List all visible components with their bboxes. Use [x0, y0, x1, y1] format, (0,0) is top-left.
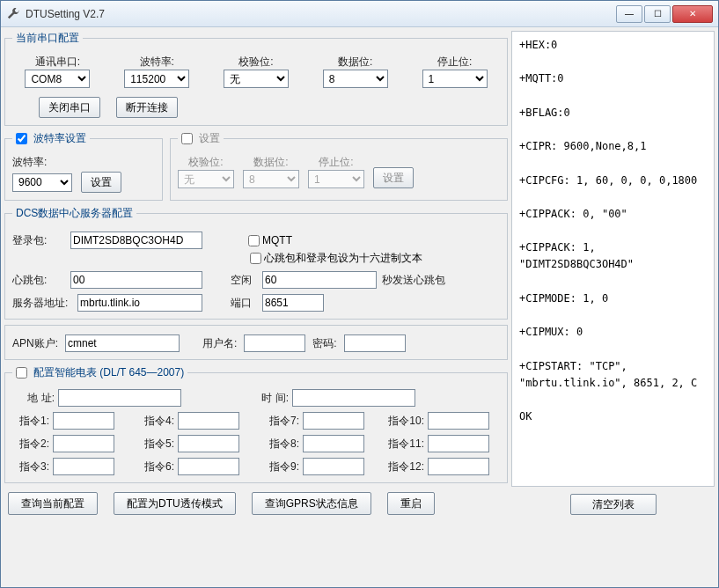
heart-input[interactable]: [70, 271, 202, 289]
server-input[interactable]: [77, 294, 202, 312]
dcs-legend: DCS数据中心服务器配置: [12, 206, 136, 221]
baudset-select[interactable]: 9600: [12, 173, 72, 192]
meter-cmd-label-7: 指令7:: [262, 414, 299, 429]
serial-config-group: 当前串口配置 通讯串口: COM8 波特率: 115200 校验位: 无 数据位…: [4, 31, 508, 126]
meter-cmd-input-3[interactable]: [53, 458, 114, 475]
meter-cmd-6: 指令6:: [137, 458, 250, 475]
meter-cmd-label-1: 指令1:: [12, 414, 49, 429]
data-label: 数据位:: [338, 55, 372, 70]
hex-checkbox[interactable]: [250, 253, 261, 264]
maximize-button[interactable]: ☐: [644, 5, 671, 23]
idle-label: 空闲: [231, 273, 257, 288]
meter-cmd-5: 指令5:: [137, 435, 250, 452]
reboot-button[interactable]: 重启: [387, 492, 435, 515]
meter-cmd-input-8[interactable]: [303, 435, 364, 452]
port-label: 端口: [231, 296, 257, 311]
query-config-button[interactable]: 查询当前配置: [8, 492, 98, 515]
hex-checkbox-label[interactable]: 心跳包和登录包设为十六进制文本: [250, 251, 422, 266]
other-set-group: 设置 校验位: 无 数据位: 8 停止位: 1 设置: [170, 131, 508, 201]
meter-cmd-label-12: 指令12:: [387, 459, 424, 474]
meter-cmd-4: 指令4:: [137, 412, 250, 430]
close-button[interactable]: ✕: [672, 5, 713, 23]
parity-select[interactable]: 无: [224, 70, 289, 88]
idle-suffix: 秒发送心跳包: [382, 273, 435, 288]
window-title: DTUSetting V2.7: [26, 8, 614, 20]
meter-addr-input[interactable]: [58, 389, 181, 407]
titlebar: DTUSetting V2.7 — ☐ ✕: [1, 1, 718, 27]
parity-label: 校验位:: [238, 55, 273, 70]
meter-cmd-input-9[interactable]: [303, 458, 364, 475]
baud-select[interactable]: 115200: [124, 70, 189, 88]
meter-cmd-input-6[interactable]: [178, 458, 239, 475]
data-select[interactable]: 8: [323, 70, 388, 88]
baud-label: 波特率:: [140, 55, 174, 70]
meter-checkbox[interactable]: [16, 367, 27, 379]
meter-cmd-input-4[interactable]: [178, 412, 239, 430]
meter-time-label: 时 间:: [252, 391, 289, 406]
mqtt-checkbox-label[interactable]: MQTT: [248, 234, 292, 246]
meter-cmd-8: 指令8:: [262, 435, 375, 452]
meter-cmd-7: 指令7:: [262, 412, 375, 430]
close-serial-button[interactable]: 关闭串口: [39, 97, 100, 118]
meter-cmd-label-9: 指令9:: [262, 459, 299, 474]
app-window: DTUSetting V2.7 — ☐ ✕ 当前串口配置 通讯串口: COM8 …: [0, 0, 719, 588]
meter-cmd-input-11[interactable]: [428, 435, 489, 452]
meter-cmd-label-4: 指令4:: [137, 414, 174, 429]
wrench-icon: [6, 7, 20, 21]
other-set-checkbox[interactable]: [181, 133, 193, 144]
meter-cmd-label-5: 指令5:: [137, 437, 174, 452]
meter-cmd-input-1[interactable]: [53, 412, 114, 430]
meter-cmd-input-2[interactable]: [53, 435, 114, 452]
meter-cmd-3: 指令3:: [12, 458, 125, 475]
disconnect-button[interactable]: 断开连接: [116, 97, 178, 118]
apn-pwd-label: 密码:: [312, 336, 336, 351]
apn-user-label: 用户名:: [202, 336, 237, 351]
mqtt-checkbox[interactable]: [248, 235, 260, 246]
server-label: 服务器地址:: [12, 296, 72, 311]
meter-cmd-label-3: 指令3:: [12, 459, 49, 474]
login-label: 登录包:: [12, 233, 65, 248]
idle-input[interactable]: [262, 271, 377, 289]
meter-cmd-label-11: 指令11:: [387, 437, 424, 452]
heart-label: 心跳包:: [12, 273, 65, 288]
port-input[interactable]: [262, 294, 324, 312]
dtu-mode-button[interactable]: 配置为DTU透传模式: [114, 492, 236, 515]
baudset-button[interactable]: 设置: [81, 172, 121, 193]
meter-group: 配置智能电表 (DL/T 645—2007) 地 址: 时 间: 指令1:指令4…: [4, 365, 508, 483]
query-gprs-button[interactable]: 查询GPRS状态信息: [252, 492, 371, 515]
other-stop-select: 1: [308, 170, 364, 188]
login-input[interactable]: [70, 232, 202, 249]
other-set-button: 设置: [373, 167, 414, 188]
meter-cmd-input-7[interactable]: [303, 412, 364, 430]
meter-cmd-label-10: 指令10:: [387, 414, 424, 429]
clear-list-button[interactable]: 清空列表: [570, 494, 657, 515]
apn-user-input[interactable]: [244, 334, 305, 352]
apn-pwd-input[interactable]: [344, 334, 406, 352]
baud-set-group: 波特率设置 波特率: 9600 设置: [4, 131, 163, 201]
baud-set-checkbox[interactable]: [16, 133, 27, 144]
meter-cmd-label-8: 指令8:: [262, 437, 299, 452]
meter-cmd-10: 指令10:: [387, 412, 500, 430]
meter-cmd-label-2: 指令2:: [12, 437, 49, 452]
apn-acct-label: APN账户:: [12, 336, 58, 351]
apn-acct-input[interactable]: [65, 334, 180, 352]
meter-cmd-input-5[interactable]: [178, 435, 239, 452]
meter-cmd-input-10[interactable]: [428, 412, 489, 430]
com-select[interactable]: COM8: [25, 70, 90, 88]
other-parity-select: 无: [178, 170, 234, 188]
meter-cmd-label-6: 指令6:: [137, 459, 174, 474]
com-label: 通讯串口:: [35, 55, 80, 70]
other-data-select: 8: [243, 170, 299, 188]
dcs-group: DCS数据中心服务器配置 登录包: MQTT 心跳包和登录包设为十六进制文本 心…: [4, 206, 508, 320]
other-set-legend[interactable]: 设置: [181, 131, 220, 146]
baud-set-legend[interactable]: 波特率设置: [16, 131, 86, 146]
meter-time-input[interactable]: [292, 389, 415, 407]
meter-cmd-2: 指令2:: [12, 435, 125, 452]
meter-cmd-input-12[interactable]: [428, 458, 489, 475]
minimize-button[interactable]: —: [616, 5, 642, 23]
meter-cmd-9: 指令9:: [262, 458, 375, 475]
apn-group: APN账户: 用户名: 密码:: [4, 325, 508, 360]
meter-legend[interactable]: 配置智能电表 (DL/T 645—2007): [16, 365, 184, 380]
baudset-label: 波特率:: [12, 155, 47, 170]
stop-select[interactable]: 1: [422, 70, 488, 88]
